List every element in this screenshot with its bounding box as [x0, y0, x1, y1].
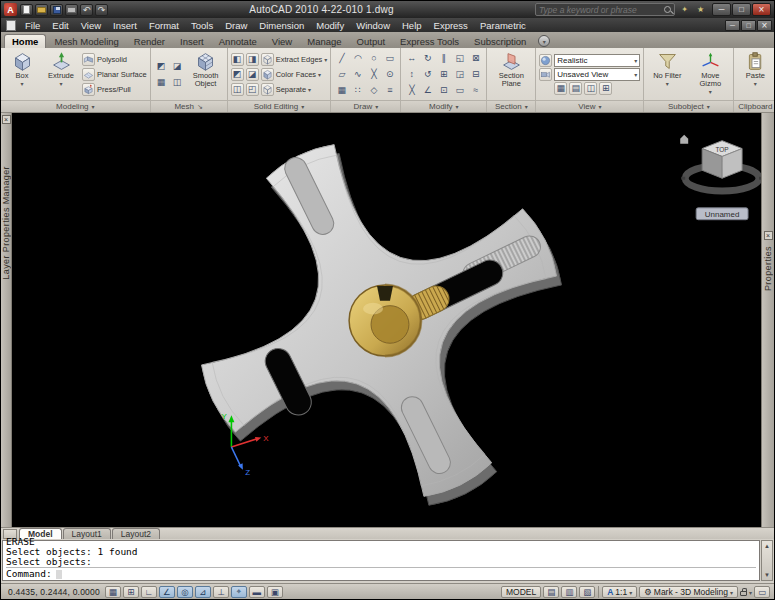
- circle-tool-icon[interactable]: ○: [366, 51, 381, 66]
- move-gizmo-caret[interactable]: [709, 88, 712, 96]
- coordinates-readout[interactable]: 0.4435, 0.2444, 0.0000: [5, 587, 103, 597]
- no-filter-caret[interactable]: [666, 80, 669, 88]
- tab-subscription[interactable]: Subscription: [467, 34, 533, 48]
- redo-button[interactable]: ↷: [95, 4, 108, 16]
- properties-palette-label[interactable]: Properties: [763, 246, 773, 291]
- ribbon-minimize-button[interactable]: [538, 35, 550, 47]
- osnap-toggle[interactable]: ◎: [177, 586, 193, 598]
- polysolid-button[interactable]: Polysolid: [82, 53, 147, 66]
- tab-render[interactable]: Render: [127, 34, 172, 48]
- mesh-tool-icon[interactable]: ◫: [170, 75, 185, 90]
- clipboard-panel-title[interactable]: Clipboard: [734, 100, 775, 112]
- doc-restore-button[interactable]: [741, 20, 756, 31]
- tab-output[interactable]: Output: [350, 34, 393, 48]
- tab-view[interactable]: View: [265, 34, 299, 48]
- viewcube-home-icon[interactable]: [680, 135, 688, 144]
- line-tool-icon[interactable]: ╱: [334, 51, 349, 66]
- ducs-toggle[interactable]: ⊥: [213, 586, 229, 598]
- status-tray-caret[interactable]: [749, 587, 752, 597]
- fillet-tool-icon[interactable]: ◲: [452, 67, 467, 82]
- point-tool-icon[interactable]: ⊙: [382, 67, 397, 82]
- menu-window[interactable]: Window: [350, 18, 396, 32]
- table-tool-icon[interactable]: ≡: [382, 83, 397, 98]
- join-tool-icon[interactable]: ⊡: [436, 83, 451, 98]
- named-view-combobox[interactable]: Unsaved View: [554, 68, 640, 81]
- tab-mesh-modeling[interactable]: Mesh Modeling: [47, 34, 125, 48]
- xline-tool-icon[interactable]: ╳: [366, 67, 381, 82]
- tab-annotate[interactable]: Annotate: [212, 34, 264, 48]
- quick-view-drawings-icon[interactable]: ▥: [561, 586, 577, 598]
- hatch-tool-icon[interactable]: ▦: [334, 83, 349, 98]
- new-file-button[interactable]: [20, 4, 33, 16]
- doc-close-button[interactable]: [757, 20, 772, 31]
- mesh-panel-title[interactable]: Mesh: [151, 100, 227, 112]
- separate-icon[interactable]: [261, 83, 274, 96]
- section-plane-button[interactable]: Section Plane: [490, 50, 532, 98]
- intersect-icon[interactable]: ◩: [231, 68, 244, 81]
- box-dropdown-caret[interactable]: [20, 80, 23, 88]
- visual-style-caret[interactable]: [634, 56, 637, 65]
- box-button[interactable]: Box: [4, 50, 40, 98]
- drawing-viewport[interactable]: TOP Unnamed Y X Z: [12, 113, 761, 527]
- lock-icon[interactable]: [740, 591, 747, 596]
- menu-insert[interactable]: Insert: [107, 18, 143, 32]
- viewcube[interactable]: TOP Unnamed: [680, 135, 761, 220]
- polar-toggle[interactable]: ∠: [159, 586, 175, 598]
- separate-caret[interactable]: [308, 85, 311, 94]
- stretch-tool-icon[interactable]: ↕: [404, 67, 419, 82]
- command-scrollbar[interactable]: ▲ ▼: [761, 540, 773, 581]
- tab-insert[interactable]: Insert: [173, 34, 211, 48]
- view-tool-icon[interactable]: ▦: [554, 82, 567, 95]
- plot-button[interactable]: [65, 4, 78, 16]
- gradient-tool-icon[interactable]: ∷: [350, 83, 365, 98]
- help-search[interactable]: [535, 3, 675, 16]
- doc-minimize-button[interactable]: [725, 20, 740, 31]
- menu-modify[interactable]: Modify: [310, 18, 350, 32]
- menu-dimension[interactable]: Dimension: [253, 18, 310, 32]
- extract-edges-label[interactable]: Extract Edges: [276, 55, 323, 64]
- planar-surface-button[interactable]: Planar Surface: [82, 68, 147, 81]
- draw-panel-title[interactable]: Draw: [331, 100, 400, 112]
- rotate-tool-icon[interactable]: ↻: [420, 51, 435, 66]
- separate-label[interactable]: Separate: [276, 85, 306, 94]
- annotation-scale-caret[interactable]: [629, 587, 632, 597]
- paste-button[interactable]: Paste: [737, 50, 773, 98]
- array-tool-icon[interactable]: ⊞: [436, 67, 451, 82]
- mesh-dialog-launcher[interactable]: [197, 102, 203, 111]
- properties-close-icon[interactable]: [764, 231, 773, 240]
- color-faces-icon[interactable]: [261, 68, 274, 81]
- smooth-object-button[interactable]: Smooth Object: [188, 50, 224, 98]
- view-tool-icon[interactable]: ⊞: [599, 82, 612, 95]
- layer-properties-palette-label[interactable]: Layer Properties Manager: [1, 166, 11, 280]
- mesh-tool-icon[interactable]: ▦: [154, 75, 169, 90]
- trim-tool-icon[interactable]: ◱: [452, 51, 467, 66]
- view-tool-icon[interactable]: ▤: [569, 82, 582, 95]
- polygon-tool-icon[interactable]: ▱: [334, 67, 349, 82]
- extrude-button[interactable]: Extrude: [43, 50, 79, 98]
- qp-toggle[interactable]: ▣: [267, 586, 283, 598]
- clean-screen-button[interactable]: ▭: [754, 586, 770, 598]
- menu-parametric[interactable]: Parametric: [474, 18, 532, 32]
- close-button[interactable]: [752, 3, 771, 16]
- favorites-icon[interactable]: ★: [694, 4, 707, 16]
- command-line-window[interactable]: ERASE Select objects: 1 found Select obj…: [1, 539, 774, 583]
- subtract-icon[interactable]: ◨: [246, 53, 259, 66]
- tab-express-tools[interactable]: Express Tools: [393, 34, 466, 48]
- menu-edit[interactable]: Edit: [46, 18, 74, 32]
- menu-view[interactable]: View: [75, 18, 107, 32]
- chamfer-tool-icon[interactable]: ⊟: [468, 67, 483, 82]
- subobject-panel-title[interactable]: Subobject: [644, 100, 733, 112]
- region-tool-icon[interactable]: ◇: [366, 83, 381, 98]
- slice-icon[interactable]: ◪: [246, 68, 259, 81]
- otrack-toggle[interactable]: ⊿: [195, 586, 211, 598]
- lwt-toggle[interactable]: ▬: [249, 586, 265, 598]
- pan-zoom-icon[interactable]: ▧: [579, 586, 595, 598]
- section-panel-title[interactable]: Section: [487, 100, 535, 112]
- grid-toggle[interactable]: ⊞: [123, 586, 139, 598]
- viewcube-top-face-label[interactable]: TOP: [716, 146, 729, 153]
- 3d-model-star-coupling[interactable]: [201, 145, 561, 506]
- rectangle-tool-icon[interactable]: ▭: [382, 51, 397, 66]
- minimize-button[interactable]: [712, 3, 731, 16]
- workspace-switch-button[interactable]: ⚙ Mark - 3D Modeling: [639, 586, 738, 598]
- ortho-toggle[interactable]: ∟: [141, 586, 157, 598]
